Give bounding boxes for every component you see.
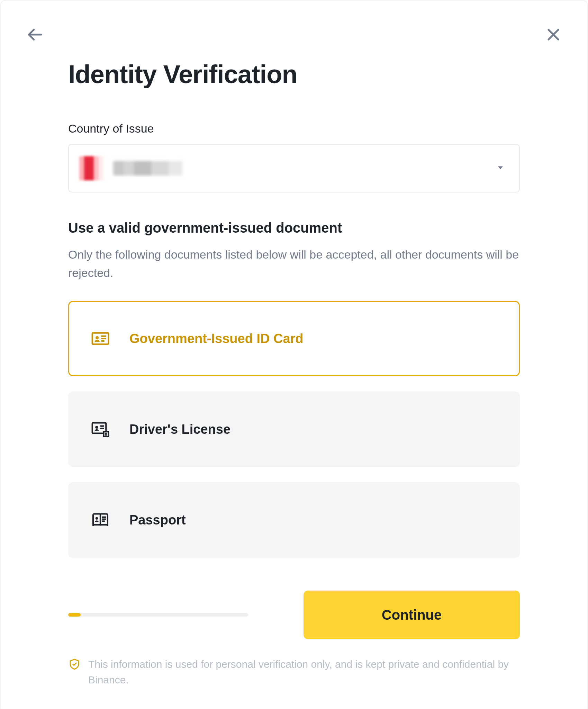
topbar: [1, 25, 587, 44]
progress-bar: [68, 613, 248, 617]
close-icon: [545, 26, 562, 43]
progress-fill: [68, 613, 81, 617]
svg-marker-3: [498, 167, 503, 169]
continue-button[interactable]: Continue: [304, 591, 520, 639]
chevron-down-icon: [496, 163, 505, 174]
page-title: Identity Verification: [68, 60, 520, 89]
content: Identity Verification Country of Issue U…: [1, 60, 587, 688]
footer-row: Continue: [68, 591, 520, 639]
disclaimer-text: This information is used for personal ve…: [88, 656, 520, 688]
close-button[interactable]: [544, 25, 563, 44]
country-label: Country of Issue: [68, 122, 520, 135]
svg-point-10: [95, 426, 98, 429]
disclaimer: This information is used for personal ve…: [68, 656, 520, 688]
svg-point-17: [96, 517, 98, 520]
document-options: Government-Issued ID Card Driver's Licen…: [68, 301, 520, 558]
drivers-license-icon: [91, 420, 110, 439]
option-label: Government-Issued ID Card: [129, 331, 304, 346]
passport-icon: [91, 510, 110, 530]
documents-heading: Use a valid government-issued document: [68, 220, 520, 236]
country-dropdown[interactable]: [68, 144, 520, 192]
svg-point-5: [96, 336, 99, 339]
shield-check-icon: [68, 658, 81, 670]
option-id-card[interactable]: Government-Issued ID Card: [68, 301, 520, 376]
svg-rect-4: [92, 333, 109, 344]
option-passport[interactable]: Passport: [68, 482, 520, 558]
option-label: Passport: [129, 513, 186, 528]
back-button[interactable]: [25, 25, 44, 44]
identity-verification-modal: Identity Verification Country of Issue U…: [0, 0, 588, 709]
country-flag-icon: [79, 156, 103, 180]
arrow-left-icon: [26, 26, 43, 43]
option-label: Driver's License: [129, 422, 230, 437]
option-drivers-license[interactable]: Driver's License: [68, 392, 520, 467]
documents-description: Only the following documents listed belo…: [68, 245, 520, 282]
country-name-redacted: [113, 161, 182, 176]
id-card-icon: [91, 329, 110, 348]
